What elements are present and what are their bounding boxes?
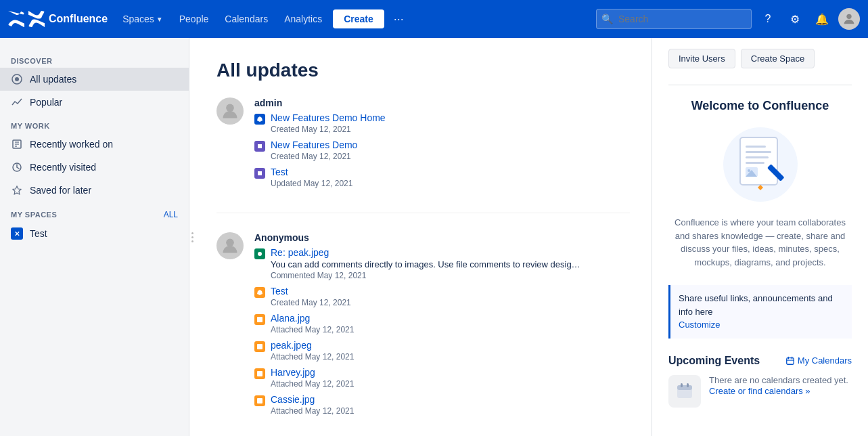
- svg-rect-38: [687, 383, 689, 387]
- svg-marker-10: [257, 116, 262, 122]
- svg-point-9: [226, 104, 234, 112]
- entry-title-anon-0[interactable]: Re: peak.jpeg: [271, 247, 580, 258]
- no-calendars-section: There are no calendars created yet. Crea…: [668, 375, 852, 408]
- entry-icon-anon-0: [254, 248, 265, 259]
- svg-rect-16: [257, 317, 262, 322]
- panel-actions: Invite Users Create Space: [668, 49, 852, 68]
- svg-rect-18: [257, 371, 262, 376]
- no-calendars-text: There are no calendars created yet.: [709, 375, 848, 385]
- entry-title-anon-4[interactable]: Harvey.jpg: [271, 367, 354, 378]
- more-button[interactable]: ···: [387, 8, 411, 30]
- page-title: All updates: [216, 60, 630, 81]
- info-box: Share useful links, announcements and in…: [668, 285, 852, 339]
- page-layout: DISCOVER All updates Popular MY WORK: [0, 38, 868, 436]
- analytics-nav[interactable]: Analytics: [277, 9, 329, 28]
- app-logo[interactable]: Confluence: [8, 11, 108, 27]
- notifications-button[interactable]: 🔔: [811, 8, 833, 30]
- entry-title-0[interactable]: New Features Demo Home: [271, 112, 386, 123]
- sidebar-item-recently-visited[interactable]: Recently visited: [0, 156, 189, 179]
- entry-title-2[interactable]: Test: [271, 167, 352, 177]
- create-space-button[interactable]: Create Space: [741, 49, 815, 68]
- svg-rect-22: [746, 146, 766, 148]
- sidebar-item-all-updates[interactable]: All updates: [0, 68, 189, 91]
- feed-entry-1: New Features Demo Created May 12, 2021: [254, 139, 630, 161]
- help-button[interactable]: ?: [757, 8, 779, 30]
- entry-icon-1: [254, 141, 265, 152]
- info-text: Share useful links, announcements and in…: [679, 292, 844, 332]
- resize-handle[interactable]: [189, 38, 195, 436]
- anonymous-feed-body: Anonymous Re: peak.jpeg You can add comm…: [254, 232, 630, 421]
- entry-title-anon-1[interactable]: Test: [271, 286, 351, 297]
- calendar-placeholder-icon: [668, 375, 701, 408]
- entry-icon-anon-4: [254, 368, 265, 379]
- events-header: Upcoming Events My Calendars: [668, 355, 852, 367]
- feed-entry-anon-1: Test Created May 12, 2021: [254, 286, 630, 307]
- feed-entry-anon-0: Re: peak.jpeg You can add comments direc…: [254, 247, 630, 280]
- recently-worked-icon: [11, 138, 23, 150]
- svg-rect-24: [746, 156, 769, 158]
- spaces-nav[interactable]: Spaces ▼: [116, 9, 170, 28]
- entry-meta-anon-0: Commented May 12, 2021: [271, 271, 580, 280]
- svg-rect-25: [746, 162, 764, 164]
- feed-entry-anon-3: peak.jpeg Attached May 12, 2021: [254, 340, 630, 362]
- create-button[interactable]: Create: [333, 9, 384, 28]
- my-work-section-label: MY WORK: [0, 114, 189, 133]
- entry-title-anon-3[interactable]: peak.jpeg: [271, 340, 354, 351]
- entry-meta-1: Created May 12, 2021: [271, 152, 357, 161]
- sidebar-item-popular[interactable]: Popular: [0, 91, 189, 114]
- help-icon: ?: [765, 13, 771, 25]
- create-calendars-link[interactable]: Create or find calendars »: [709, 386, 810, 396]
- entry-comment-anon-0: You can add comments directly to images.…: [271, 259, 580, 269]
- saved-icon: [11, 184, 23, 196]
- all-updates-icon: [11, 73, 23, 85]
- customize-link[interactable]: Customize: [679, 320, 720, 330]
- user-avatar-button[interactable]: [838, 8, 860, 30]
- people-nav[interactable]: People: [173, 9, 216, 28]
- events-title: Upcoming Events: [668, 355, 760, 367]
- resize-dots: [191, 232, 193, 242]
- panel-divider: [668, 85, 852, 85]
- gear-icon: ⚙: [790, 13, 800, 26]
- entry-meta-anon-2: Attached May 12, 2021: [271, 325, 354, 334]
- entry-meta-0: Created May 12, 2021: [271, 125, 386, 134]
- chevron-down-icon: ▼: [156, 16, 163, 23]
- entry-meta-2: Updated May 12, 2021: [271, 179, 352, 188]
- calendars-nav[interactable]: Calendars: [218, 9, 275, 28]
- entry-meta-anon-1: Created May 12, 2021: [271, 298, 351, 307]
- svg-marker-15: [257, 290, 262, 295]
- svg-point-14: [258, 252, 262, 256]
- search-wrapper: 🔍: [596, 9, 752, 29]
- entry-title-anon-5[interactable]: Cassie.jpg: [271, 394, 354, 405]
- events-section: Upcoming Events My Calendars: [668, 355, 852, 408]
- feed-entry-anon-4: Harvey.jpg Attached May 12, 2021: [254, 367, 630, 389]
- svg-rect-23: [746, 151, 771, 153]
- svg-rect-11: [258, 144, 262, 148]
- svg-rect-31: [787, 357, 794, 364]
- popular-icon: [11, 96, 23, 108]
- svg-marker-8: [13, 186, 21, 194]
- sidebar-item-saved[interactable]: Saved for later: [0, 179, 189, 202]
- entry-meta-anon-5: Attached May 12, 2021: [271, 406, 354, 416]
- calendar-icon: [785, 356, 795, 366]
- entry-title-1[interactable]: New Features Demo: [271, 139, 357, 150]
- admin-avatar: [216, 97, 244, 125]
- entry-icon-2: [254, 168, 265, 179]
- anonymous-avatar: [216, 232, 244, 259]
- entry-icon-anon-1: [254, 287, 265, 298]
- search-input[interactable]: [596, 9, 752, 29]
- my-calendars-link[interactable]: My Calendars: [785, 355, 852, 366]
- bell-icon: 🔔: [815, 13, 829, 26]
- settings-button[interactable]: ⚙: [784, 8, 806, 30]
- sidebar-item-recently-worked[interactable]: Recently worked on: [0, 133, 189, 156]
- feed-entry-anon-2: Alana.jpg Attached May 12, 2021: [254, 313, 630, 334]
- app-name: Confluence: [49, 13, 108, 25]
- entry-icon-anon-5: [254, 395, 265, 406]
- sidebar-item-test-space[interactable]: ✕ Test: [0, 222, 189, 245]
- top-navigation: Confluence Spaces ▼ People Calendars Ana…: [0, 0, 868, 38]
- entry-title-anon-2[interactable]: Alana.jpg: [271, 313, 354, 324]
- entry-meta-anon-4: Attached May 12, 2021: [271, 379, 354, 389]
- welcome-section: Welcome to Confluence: [668, 99, 852, 269]
- invite-users-button[interactable]: Invite Users: [668, 49, 735, 68]
- svg-point-2: [15, 77, 19, 81]
- all-spaces-link[interactable]: ALL: [164, 210, 178, 219]
